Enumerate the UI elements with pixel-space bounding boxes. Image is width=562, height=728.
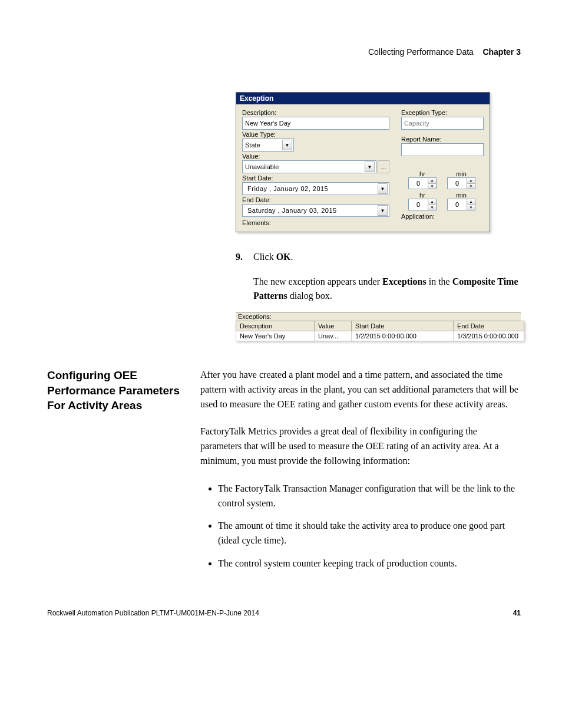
down-icon[interactable]: ▼ bbox=[467, 184, 475, 189]
col-description[interactable]: Description bbox=[236, 321, 315, 331]
section-heading: Configuring OEE Performance Parameters F… bbox=[47, 368, 193, 579]
dropdown-icon[interactable]: ▼ bbox=[378, 205, 388, 216]
up-icon[interactable]: ▲ bbox=[467, 199, 475, 205]
end-date-picker[interactable]: Saturday , January 03, 2015 ▼ bbox=[242, 204, 389, 217]
col-start-date[interactable]: Start Date bbox=[352, 321, 454, 331]
bullet-1: The FactoryTalk Transaction Manager conf… bbox=[218, 482, 521, 511]
value-label: Value: bbox=[242, 153, 389, 160]
down-icon[interactable]: ▼ bbox=[428, 184, 436, 189]
start-date-picker[interactable]: Friday , January 02, 2015 ▼ bbox=[242, 182, 389, 195]
bullet-2: The amount of time it should take the ac… bbox=[218, 519, 521, 548]
elements-label: Elements: bbox=[242, 219, 389, 226]
end-date-label: End Date: bbox=[242, 196, 389, 203]
start-hr-spinner[interactable]: 0 ▲▼ bbox=[408, 177, 437, 189]
end-min-spinner[interactable]: 0 ▲▼ bbox=[447, 199, 475, 210]
exceptions-label: Exceptions: bbox=[236, 312, 521, 321]
browse-button[interactable]: ... bbox=[378, 160, 389, 173]
dropdown-icon[interactable]: ▼ bbox=[378, 183, 388, 194]
section-body: After you have created a plant model and… bbox=[200, 368, 521, 579]
min-label: min bbox=[447, 170, 475, 177]
header-section: Collecting Performance Data bbox=[368, 47, 474, 57]
application-label: Application: bbox=[401, 213, 484, 220]
publication-id: Rockwell Automation Publication PLTMT-UM… bbox=[47, 609, 259, 617]
hr-label: hr bbox=[408, 170, 437, 177]
dropdown-icon[interactable]: ▼ bbox=[365, 162, 375, 172]
body-para-1: After you have created a plant model and… bbox=[200, 368, 521, 411]
description-label: Description: bbox=[242, 109, 389, 116]
start-min-spinner[interactable]: 0 ▲▼ bbox=[447, 177, 475, 189]
exception-dialog: Exception Description: New Year's Day Va… bbox=[236, 92, 490, 232]
step-number: 9. bbox=[236, 250, 253, 264]
min-label: min bbox=[447, 192, 475, 199]
exception-type-input: Capacity bbox=[401, 117, 484, 130]
col-value[interactable]: Value bbox=[315, 321, 352, 331]
end-hr-spinner[interactable]: 0 ▲▼ bbox=[408, 199, 437, 210]
result-text: The new exception appears under Exceptio… bbox=[253, 275, 521, 303]
report-name-label: Report Name: bbox=[401, 136, 484, 143]
page-footer: Rockwell Automation Publication PLTMT-UM… bbox=[47, 609, 521, 617]
col-end-date[interactable]: End Date bbox=[454, 321, 524, 331]
hr-label: hr bbox=[408, 192, 437, 199]
start-date-label: Start Date: bbox=[242, 174, 389, 182]
page-number: 41 bbox=[513, 609, 521, 617]
value-type-label: Value Type: bbox=[242, 131, 389, 138]
down-icon[interactable]: ▼ bbox=[428, 205, 436, 210]
page-header: Collecting Performance Data Chapter 3 bbox=[47, 47, 521, 57]
up-icon[interactable]: ▲ bbox=[428, 199, 436, 205]
down-icon[interactable]: ▼ bbox=[467, 205, 475, 210]
exception-type-label: Exception Type: bbox=[401, 109, 484, 116]
description-input[interactable]: New Year's Day bbox=[242, 117, 389, 130]
header-chapter: Chapter 3 bbox=[482, 47, 521, 57]
exceptions-table: Exceptions: Description Value Start Date… bbox=[236, 312, 521, 341]
body-para-2: FactoryTalk Metrics provides a great dea… bbox=[200, 424, 521, 468]
value-type-select[interactable]: State ▼ bbox=[242, 139, 294, 151]
up-icon[interactable]: ▲ bbox=[467, 178, 475, 184]
table-row[interactable]: New Year's Day Unav... 1/2/2015 0:00:00.… bbox=[236, 331, 524, 341]
value-select[interactable]: Unavailable ▼ bbox=[242, 160, 376, 173]
dropdown-icon[interactable]: ▼ bbox=[282, 140, 292, 150]
up-icon[interactable]: ▲ bbox=[428, 178, 436, 184]
report-name-input[interactable] bbox=[401, 143, 484, 156]
bullet-3: The control system counter keeping track… bbox=[218, 556, 521, 571]
dialog-titlebar: Exception bbox=[236, 93, 490, 104]
step-9: 9. Click OK. bbox=[236, 250, 521, 264]
